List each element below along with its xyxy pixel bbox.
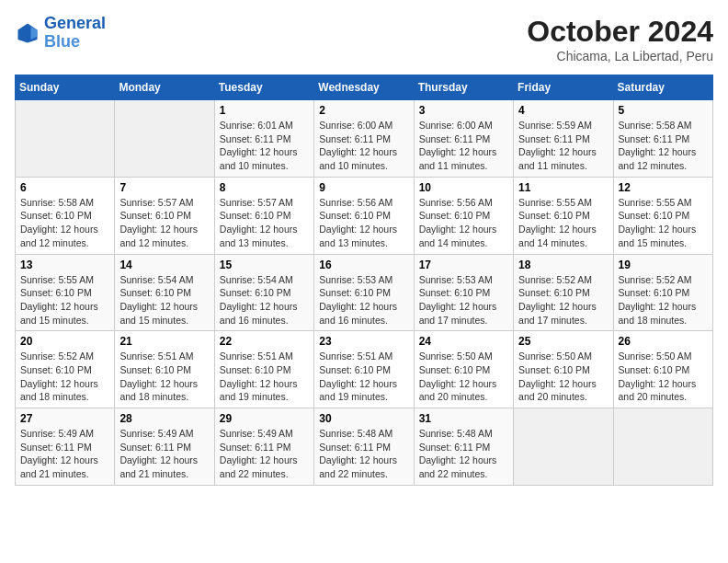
day-number: 6 bbox=[20, 181, 109, 194]
day-number: 25 bbox=[518, 335, 608, 348]
calendar-cell: 6Sunrise: 5:58 AMSunset: 6:10 PMDaylight… bbox=[16, 177, 115, 254]
day-number: 22 bbox=[220, 335, 309, 348]
cell-details: Sunrise: 6:00 AMSunset: 6:11 PMDaylight:… bbox=[319, 119, 408, 173]
cell-details: Sunrise: 5:53 AMSunset: 6:10 PMDaylight:… bbox=[419, 273, 508, 327]
day-number: 31 bbox=[419, 412, 508, 425]
cell-details: Sunrise: 5:57 AMSunset: 6:10 PMDaylight:… bbox=[119, 196, 209, 250]
cell-details: Sunrise: 5:55 AMSunset: 6:10 PMDaylight:… bbox=[518, 196, 608, 250]
day-number: 19 bbox=[619, 259, 708, 271]
day-number: 8 bbox=[220, 181, 309, 194]
cell-details: Sunrise: 5:49 AMSunset: 6:11 PMDaylight:… bbox=[20, 427, 109, 481]
day-number: 2 bbox=[319, 104, 408, 117]
cell-details: Sunrise: 5:49 AMSunset: 6:11 PMDaylight:… bbox=[119, 427, 209, 481]
day-number: 12 bbox=[619, 181, 708, 194]
page-header: General Blue October 2024 Chicama, La Li… bbox=[15, 15, 713, 63]
calendar-cell: 19Sunrise: 5:52 AMSunset: 6:10 PMDayligh… bbox=[613, 254, 712, 331]
calendar-cell: 8Sunrise: 5:57 AMSunset: 6:10 PMDaylight… bbox=[214, 177, 313, 254]
calendar-cell: 10Sunrise: 5:56 AMSunset: 6:10 PMDayligh… bbox=[414, 177, 513, 254]
calendar-cell: 20Sunrise: 5:52 AMSunset: 6:10 PMDayligh… bbox=[16, 331, 115, 408]
day-number: 28 bbox=[119, 412, 209, 425]
day-number: 15 bbox=[220, 259, 309, 271]
cell-details: Sunrise: 5:50 AMSunset: 6:10 PMDaylight:… bbox=[419, 350, 508, 404]
calendar-cell bbox=[613, 408, 712, 486]
calendar-cell: 13Sunrise: 5:55 AMSunset: 6:10 PMDayligh… bbox=[16, 254, 115, 331]
cell-details: Sunrise: 5:55 AMSunset: 6:10 PMDaylight:… bbox=[20, 273, 109, 327]
calendar-cell: 28Sunrise: 5:49 AMSunset: 6:11 PMDayligh… bbox=[115, 408, 214, 486]
cell-details: Sunrise: 5:53 AMSunset: 6:10 PMDaylight:… bbox=[319, 273, 408, 327]
header-cell-tuesday: Tuesday bbox=[214, 75, 313, 100]
calendar-cell: 29Sunrise: 5:49 AMSunset: 6:11 PMDayligh… bbox=[214, 408, 313, 486]
location: Chicama, La Libertad, Peru bbox=[527, 49, 713, 63]
day-number: 11 bbox=[518, 181, 608, 194]
calendar-cell: 18Sunrise: 5:52 AMSunset: 6:10 PMDayligh… bbox=[514, 254, 613, 331]
calendar-cell bbox=[514, 408, 613, 486]
cell-details: Sunrise: 5:52 AMSunset: 6:10 PMDaylight:… bbox=[619, 273, 708, 327]
calendar-cell: 21Sunrise: 5:51 AMSunset: 6:10 PMDayligh… bbox=[115, 331, 214, 408]
cell-details: Sunrise: 5:48 AMSunset: 6:11 PMDaylight:… bbox=[319, 427, 408, 481]
cell-details: Sunrise: 5:54 AMSunset: 6:10 PMDaylight:… bbox=[119, 273, 209, 327]
cell-details: Sunrise: 5:49 AMSunset: 6:11 PMDaylight:… bbox=[220, 427, 309, 481]
day-number: 20 bbox=[20, 335, 109, 348]
calendar-cell: 9Sunrise: 5:56 AMSunset: 6:10 PMDaylight… bbox=[314, 177, 414, 254]
calendar-week-5: 27Sunrise: 5:49 AMSunset: 6:11 PMDayligh… bbox=[16, 408, 713, 486]
calendar-week-1: 1Sunrise: 6:01 AMSunset: 6:11 PMDaylight… bbox=[16, 100, 713, 178]
month-title: October 2024 bbox=[527, 15, 713, 49]
calendar-body: 1Sunrise: 6:01 AMSunset: 6:11 PMDaylight… bbox=[16, 100, 713, 486]
day-number: 5 bbox=[619, 104, 708, 117]
cell-details: Sunrise: 5:58 AMSunset: 6:11 PMDaylight:… bbox=[619, 119, 708, 173]
day-number: 10 bbox=[419, 181, 508, 194]
header-cell-friday: Friday bbox=[514, 75, 613, 100]
day-number: 4 bbox=[518, 104, 608, 117]
logo-text: General Blue bbox=[44, 15, 106, 52]
cell-details: Sunrise: 5:52 AMSunset: 6:10 PMDaylight:… bbox=[518, 273, 608, 327]
cell-details: Sunrise: 5:48 AMSunset: 6:11 PMDaylight:… bbox=[419, 427, 508, 481]
calendar-cell: 7Sunrise: 5:57 AMSunset: 6:10 PMDaylight… bbox=[115, 177, 214, 254]
calendar-cell: 11Sunrise: 5:55 AMSunset: 6:10 PMDayligh… bbox=[514, 177, 613, 254]
header-cell-thursday: Thursday bbox=[414, 75, 513, 100]
day-number: 23 bbox=[319, 335, 408, 348]
cell-details: Sunrise: 5:51 AMSunset: 6:10 PMDaylight:… bbox=[220, 350, 309, 404]
day-number: 17 bbox=[419, 259, 508, 271]
calendar-cell: 23Sunrise: 5:51 AMSunset: 6:10 PMDayligh… bbox=[314, 331, 414, 408]
day-number: 29 bbox=[220, 412, 309, 425]
calendar-cell: 15Sunrise: 5:54 AMSunset: 6:10 PMDayligh… bbox=[214, 254, 313, 331]
calendar-cell: 31Sunrise: 5:48 AMSunset: 6:11 PMDayligh… bbox=[414, 408, 513, 486]
day-number: 16 bbox=[319, 259, 408, 271]
calendar-cell bbox=[115, 100, 214, 178]
cell-details: Sunrise: 5:56 AMSunset: 6:10 PMDaylight:… bbox=[319, 196, 408, 250]
calendar-cell: 14Sunrise: 5:54 AMSunset: 6:10 PMDayligh… bbox=[115, 254, 214, 331]
cell-details: Sunrise: 5:54 AMSunset: 6:10 PMDaylight:… bbox=[220, 273, 309, 327]
cell-details: Sunrise: 5:55 AMSunset: 6:10 PMDaylight:… bbox=[619, 196, 708, 250]
day-number: 27 bbox=[20, 412, 109, 425]
header-cell-monday: Monday bbox=[115, 75, 214, 100]
cell-details: Sunrise: 5:50 AMSunset: 6:10 PMDaylight:… bbox=[518, 350, 608, 404]
cell-details: Sunrise: 5:51 AMSunset: 6:10 PMDaylight:… bbox=[319, 350, 408, 404]
calendar-cell: 30Sunrise: 5:48 AMSunset: 6:11 PMDayligh… bbox=[314, 408, 414, 486]
day-number: 3 bbox=[419, 104, 508, 117]
calendar-cell: 17Sunrise: 5:53 AMSunset: 6:10 PMDayligh… bbox=[414, 254, 513, 331]
cell-details: Sunrise: 5:58 AMSunset: 6:10 PMDaylight:… bbox=[20, 196, 109, 250]
logo: General Blue bbox=[15, 15, 106, 52]
cell-details: Sunrise: 6:01 AMSunset: 6:11 PMDaylight:… bbox=[220, 119, 309, 173]
calendar-table: SundayMondayTuesdayWednesdayThursdayFrid… bbox=[15, 75, 713, 486]
day-number: 13 bbox=[20, 259, 109, 271]
calendar-cell: 27Sunrise: 5:49 AMSunset: 6:11 PMDayligh… bbox=[16, 408, 115, 486]
calendar-week-4: 20Sunrise: 5:52 AMSunset: 6:10 PMDayligh… bbox=[16, 331, 713, 408]
cell-details: Sunrise: 5:59 AMSunset: 6:11 PMDaylight:… bbox=[518, 119, 608, 173]
calendar-cell: 16Sunrise: 5:53 AMSunset: 6:10 PMDayligh… bbox=[314, 254, 414, 331]
calendar-cell: 3Sunrise: 6:00 AMSunset: 6:11 PMDaylight… bbox=[414, 100, 513, 178]
day-number: 26 bbox=[619, 335, 708, 348]
calendar-week-3: 13Sunrise: 5:55 AMSunset: 6:10 PMDayligh… bbox=[16, 254, 713, 331]
calendar-cell: 12Sunrise: 5:55 AMSunset: 6:10 PMDayligh… bbox=[613, 177, 712, 254]
day-number: 9 bbox=[319, 181, 408, 194]
day-number: 21 bbox=[119, 335, 209, 348]
day-number: 18 bbox=[518, 259, 608, 271]
calendar-cell: 2Sunrise: 6:00 AMSunset: 6:11 PMDaylight… bbox=[314, 100, 414, 178]
title-block: October 2024 Chicama, La Libertad, Peru bbox=[527, 15, 713, 63]
day-number: 14 bbox=[119, 259, 209, 271]
calendar-cell: 26Sunrise: 5:50 AMSunset: 6:10 PMDayligh… bbox=[613, 331, 712, 408]
calendar-cell: 25Sunrise: 5:50 AMSunset: 6:10 PMDayligh… bbox=[514, 331, 613, 408]
cell-details: Sunrise: 5:57 AMSunset: 6:10 PMDaylight:… bbox=[220, 196, 309, 250]
day-number: 1 bbox=[220, 104, 309, 117]
calendar-cell: 4Sunrise: 5:59 AMSunset: 6:11 PMDaylight… bbox=[514, 100, 613, 178]
